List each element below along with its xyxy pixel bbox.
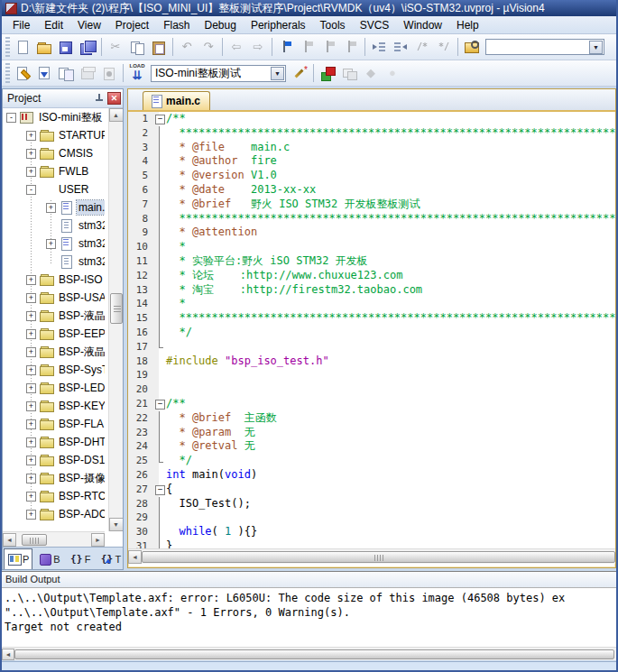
bookmark-toggle-button[interactable] xyxy=(275,36,297,58)
code-line[interactable]: 16 */ xyxy=(128,326,615,340)
new-file-button[interactable] xyxy=(12,36,33,58)
menu-help[interactable]: Help xyxy=(449,17,486,33)
nav-forward-button[interactable]: ⇨ xyxy=(247,36,269,58)
fold-margin[interactable] xyxy=(153,154,166,169)
code-line[interactable]: 25 */ xyxy=(128,454,615,468)
find-in-files-button[interactable] xyxy=(461,36,483,58)
toolbar-grip[interactable] xyxy=(5,37,10,57)
tree-expander[interactable]: + xyxy=(26,293,36,303)
fold-margin[interactable] xyxy=(153,368,166,382)
fold-margin[interactable] xyxy=(153,382,166,397)
code-line[interactable]: 3 * @file main.c xyxy=(128,141,615,155)
tree-item-target[interactable]: - ISO-mini整板 xyxy=(3,108,105,126)
tree-item-bsp-led[interactable]: + BSP-LED xyxy=(3,379,105,397)
code-line[interactable]: 9 * @attention xyxy=(128,226,615,240)
build-output-line[interactable]: "..\..\Output\Template.axf" - 1 Errors, … xyxy=(5,605,616,620)
menu-file[interactable]: File xyxy=(5,17,37,33)
close-icon[interactable]: ✕ xyxy=(107,92,121,105)
tree-item-stm32-1[interactable]: stm32f1 xyxy=(3,216,105,235)
window-layout-button[interactable] xyxy=(338,62,360,84)
hscroll-thumb[interactable] xyxy=(142,551,615,563)
fold-margin[interactable] xyxy=(153,126,166,141)
fold-margin[interactable] xyxy=(153,354,166,369)
build-output-line[interactable]: Target not created xyxy=(5,620,616,634)
nav-back-button[interactable]: ⇦ xyxy=(226,36,247,58)
menu-window[interactable]: Window xyxy=(396,17,449,33)
tree-expander[interactable]: + xyxy=(26,167,36,177)
fold-margin[interactable] xyxy=(153,539,166,548)
undo-button[interactable]: ↶ xyxy=(176,36,198,58)
code-line[interactable]: 15 *************************************… xyxy=(128,311,615,326)
code-line[interactable]: 12 * 论坛 :http://www.chuxue123.com xyxy=(128,269,615,283)
menu-debug[interactable]: Debug xyxy=(198,17,244,33)
unindent-button[interactable] xyxy=(390,36,411,58)
tree-item-startup[interactable]: + STARTUP xyxy=(3,126,105,144)
comment-button[interactable]: /* xyxy=(411,36,433,58)
menu-project[interactable]: Project xyxy=(108,17,156,33)
code-line[interactable]: 28 ISO_Test(); xyxy=(128,497,615,511)
code-line[interactable]: 13 * 淘宝 :http://firestm32.taobao.com xyxy=(128,283,615,298)
save-button[interactable] xyxy=(55,36,77,58)
code-line[interactable]: 14 * xyxy=(128,297,615,311)
fold-margin[interactable] xyxy=(153,169,166,183)
tree-item-stm32-3[interactable]: stm32f1 xyxy=(3,253,105,271)
paste-button[interactable] xyxy=(148,36,170,58)
search-combo[interactable]: ▼ xyxy=(485,39,604,55)
save-all-button[interactable] xyxy=(77,36,98,58)
bookmark-clear-button[interactable] xyxy=(340,36,362,58)
code-line[interactable]: 23 * @param 无 xyxy=(128,426,615,440)
tab-functions[interactable]: {} F xyxy=(66,548,95,569)
fold-margin[interactable] xyxy=(153,226,166,240)
insert-template-button[interactable]: ◆ xyxy=(360,62,382,84)
copy-button[interactable] xyxy=(126,36,148,58)
tree-expander[interactable]: + xyxy=(46,239,56,249)
tree-expander[interactable]: + xyxy=(26,492,36,502)
tree-expander[interactable]: + xyxy=(26,419,36,429)
tree-item-bsp-lcd1[interactable]: + BSP-液晶 xyxy=(3,307,105,325)
code-line[interactable]: 4 * @author fire xyxy=(128,154,615,169)
bookmark-prev-button[interactable] xyxy=(297,36,318,58)
scroll-left-icon[interactable]: ◄ xyxy=(2,649,14,660)
fold-margin[interactable] xyxy=(153,283,166,298)
scroll-right-icon[interactable]: ► xyxy=(91,533,105,547)
tree-expander[interactable]: + xyxy=(26,383,36,393)
tree-expander[interactable]: + xyxy=(26,456,36,465)
tree-item-bsp-usa[interactable]: + BSP-USA xyxy=(3,289,105,307)
tab-templates[interactable]: {} T xyxy=(96,548,125,569)
rebuild-button[interactable] xyxy=(55,62,77,84)
code-line[interactable]: 5 * @version V1.0 xyxy=(128,169,615,183)
tree-item-bsp-lcd2[interactable]: + BSP-液晶 xyxy=(3,343,105,361)
tree-item-bsp-cam[interactable]: + BSP-摄像 xyxy=(3,469,105,487)
code-line[interactable]: 20 xyxy=(128,382,615,397)
code-editor[interactable]: 1 /** 2 ********************************… xyxy=(128,112,615,548)
code-line[interactable]: 22 * @brief 主函数 xyxy=(128,411,615,426)
menu-tools[interactable]: Tools xyxy=(313,17,353,33)
tree-item-stm32-2[interactable]: + stm32f1 xyxy=(3,235,105,253)
redo-button[interactable]: ↷ xyxy=(198,36,219,58)
code-line[interactable]: 26 int main(void) xyxy=(128,468,615,483)
uncomment-button[interactable]: */ xyxy=(433,36,455,58)
tree-item-bsp-key[interactable]: + BSP-KEY xyxy=(3,397,105,415)
fold-margin[interactable] xyxy=(153,212,166,226)
tree-expander[interactable]: + xyxy=(26,510,36,520)
fold-margin[interactable] xyxy=(153,254,166,269)
build-button[interactable] xyxy=(33,62,55,84)
code-line[interactable]: 10 * xyxy=(128,240,615,254)
fold-margin[interactable] xyxy=(153,411,166,426)
menu-peripherals[interactable]: Peripherals xyxy=(244,17,313,33)
code-line[interactable]: 6 * @date 2013-xx-xx xyxy=(128,183,615,198)
fold-margin[interactable] xyxy=(153,340,166,354)
fold-margin[interactable] xyxy=(153,511,166,525)
tree-expander[interactable]: + xyxy=(26,149,36,159)
tree-item-bsp-adc[interactable]: + BSP-ADC xyxy=(3,505,105,523)
tree-expander[interactable]: - xyxy=(6,113,16,123)
toolbar-grip[interactable] xyxy=(5,63,10,83)
target-select[interactable]: ISO-mini整板测试 ▼ xyxy=(151,65,286,82)
tree-item-bsp-eep[interactable]: + BSP-EEP xyxy=(3,325,105,343)
vscroll-thumb[interactable] xyxy=(110,293,123,324)
code-line[interactable]: 18 #include "bsp_iso_test.h" xyxy=(128,354,615,369)
tree-item-bsp-sys[interactable]: + BSP-SysT xyxy=(3,361,105,379)
fold-margin[interactable] xyxy=(153,297,166,311)
code-line[interactable]: 24 * @retval 无 xyxy=(128,439,615,454)
tree-expander[interactable]: + xyxy=(26,365,36,375)
